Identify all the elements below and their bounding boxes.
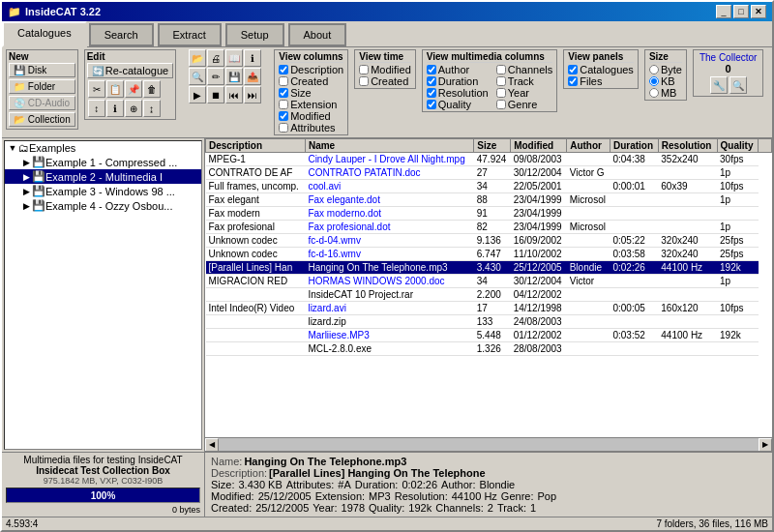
check-modified-time-input[interactable]	[359, 65, 369, 74]
icon-search[interactable]: 🔍	[189, 68, 206, 85]
col-duration[interactable]: Duration	[610, 139, 658, 153]
detail-year-label: Year:	[313, 502, 337, 514]
icon-next[interactable]: ⏭	[244, 86, 261, 103]
tree-expand-2[interactable]: ▶	[20, 187, 32, 196]
tab-catalogues[interactable]: Catalogues	[2, 21, 87, 47]
check-resolution-input[interactable]	[427, 88, 436, 98]
tree-panel[interactable]: ▼ 🗂 Examples ▶ 💾 Example 1 - Compressed …	[4, 140, 202, 450]
tree-item-1[interactable]: ▶ 💾 Example 2 - Multimedia I	[5, 169, 201, 184]
file-table[interactable]: Description Name Size Modified Author Du…	[205, 138, 772, 437]
table-row[interactable]: [Parallel Lines] Han Hanging On The Tele…	[206, 261, 772, 275]
col-modified[interactable]: Modified	[511, 139, 567, 153]
h-scrollbar[interactable]: ◀ ▶	[205, 437, 772, 451]
radio-byte-input[interactable]	[649, 65, 659, 74]
col-name[interactable]: Name	[305, 139, 473, 153]
icon-prev[interactable]: ⏮	[225, 86, 243, 103]
check-created-time-input[interactable]	[359, 76, 369, 86]
table-row[interactable]: Intel Indeo(R) Video lizard.avi 17 14/12…	[206, 302, 772, 315]
check-genre-input[interactable]	[496, 100, 506, 109]
tree-expand-0[interactable]: ▶	[20, 158, 32, 167]
move-icon[interactable]: ↕	[88, 100, 105, 117]
check-channels-input[interactable]	[496, 65, 506, 74]
radio-byte-label: Byte	[661, 64, 682, 75]
check-catalogues-panel-input[interactable]	[568, 65, 578, 74]
table-row[interactable]: lizard.zip 133 24/08/2003	[206, 315, 772, 329]
prop-icon[interactable]: ℹ	[106, 100, 124, 117]
check-year-input[interactable]	[496, 88, 506, 98]
tree-expand-root[interactable]: ▼	[7, 143, 18, 153]
icon-edit2[interactable]: ✏	[207, 68, 224, 85]
col-resolution[interactable]: Resolution	[658, 139, 717, 153]
btn-collection[interactable]: 📂 Collection	[9, 112, 75, 127]
scroll-track[interactable]	[219, 438, 759, 452]
minimize-button[interactable]: _	[716, 5, 731, 18]
merge-icon[interactable]: ⊕	[125, 100, 142, 117]
table-row[interactable]: Unknown codec fc-d-04.wmv 9.136 16/09/20…	[206, 234, 772, 248]
tree-expand-1[interactable]: ▶	[20, 172, 32, 182]
col-description[interactable]: Description	[206, 139, 306, 153]
table-row[interactable]: MIGRACION RED HORMAS WINDOWS 2000.doc 34…	[206, 275, 772, 288]
tab-search[interactable]: Search	[89, 23, 154, 46]
icon-save[interactable]: 💾	[225, 68, 243, 85]
btn-cdaudio[interactable]: 💿 CD-Audio	[9, 96, 75, 110]
tab-extract[interactable]: Extract	[158, 23, 222, 46]
icon-play[interactable]: ▶	[189, 86, 206, 103]
table-row[interactable]: Unknown codec fc-d-16.wmv 6.747 11/10/20…	[206, 248, 772, 261]
icon-export[interactable]: 📤	[244, 68, 261, 85]
scroll-right-btn[interactable]: ▶	[759, 438, 772, 452]
table-row[interactable]: InsideCAT 10 Project.rar 2.200 04/12/200…	[206, 288, 772, 302]
col-size[interactable]: Size	[474, 139, 511, 153]
collector-icon2[interactable]: 🔍	[729, 76, 747, 94]
tab-setup[interactable]: Setup	[225, 23, 284, 46]
recatalogue-button[interactable]: 🔄 Re-catalogue	[87, 63, 173, 78]
table-row[interactable]: Fax modern Fax moderno.dot 91 23/04/1999	[206, 207, 772, 221]
check-extension-input[interactable]	[279, 100, 288, 109]
check-duration-input[interactable]	[427, 76, 436, 86]
check-created-input[interactable]	[279, 76, 288, 86]
icon-open[interactable]: 📂	[189, 49, 206, 67]
view-time-group: View time Modified Created	[354, 49, 416, 89]
table-row[interactable]: Marliiese.MP3 5.448 01/12/2002 0:03:52 4…	[206, 329, 772, 342]
close-button[interactable]: ✕	[751, 5, 766, 18]
btn-folder[interactable]: 📁 Folder	[9, 79, 75, 94]
size-title: Size	[649, 51, 682, 63]
table-row[interactable]: Fax elegant Fax elegante.dot 88 23/04/19…	[206, 193, 772, 207]
radio-kb-input[interactable]	[649, 76, 659, 86]
check-track-input[interactable]	[496, 76, 506, 86]
paste-icon[interactable]: 📌	[125, 80, 142, 98]
radio-mb-input[interactable]	[649, 88, 659, 98]
table-row[interactable]: MCL-2.8.0.exe 1.326 28/08/2003	[206, 342, 772, 356]
check-size-input[interactable]	[279, 88, 288, 98]
tree-root[interactable]: ▼ 🗂 Examples	[5, 141, 201, 155]
check-author-input[interactable]	[427, 65, 436, 74]
delete-icon[interactable]: 🗑	[143, 80, 161, 98]
tab-about[interactable]: About	[288, 23, 347, 46]
check-attributes-input[interactable]	[279, 123, 288, 133]
table-row[interactable]: MPEG-1 Cindy Lauper - I Drove All Night.…	[206, 153, 772, 166]
collector-icon1[interactable]: 🔧	[710, 76, 728, 94]
recatalogue-label: Re-catalogue	[105, 65, 168, 76]
check-files-panel-input[interactable]	[568, 76, 578, 86]
table-row[interactable]: Fax profesional Fax profesional.dot 82 2…	[206, 221, 772, 234]
tree-item-0[interactable]: ▶ 💾 Example 1 - Compressed ...	[5, 155, 201, 169]
check-quality-input[interactable]	[427, 100, 436, 109]
tree-expand-3[interactable]: ▶	[20, 201, 32, 211]
col-author[interactable]: Author	[567, 139, 610, 153]
btn-disk[interactable]: 💾 💾 DiskDisk	[9, 63, 75, 77]
tree-item-3[interactable]: ▶ 💾 Example 4 - Ozzy Osbou...	[5, 198, 201, 213]
check-modified-input[interactable]	[279, 111, 288, 121]
cut-icon[interactable]: ✂	[88, 80, 105, 98]
col-quality[interactable]: Quality	[717, 139, 758, 153]
sort-icon[interactable]: ↨	[143, 100, 161, 117]
icon-info[interactable]: ℹ	[244, 49, 261, 67]
maximize-button[interactable]: □	[733, 5, 749, 18]
table-row[interactable]: CONTRATO DE AF CONTRATO PATATIN.doc 27 3…	[206, 166, 772, 180]
tree-item-2[interactable]: ▶ 💾 Example 3 - Windows 98 ...	[5, 184, 201, 198]
icon-print[interactable]: 🖨	[207, 49, 224, 67]
check-description-input[interactable]	[279, 65, 288, 74]
icon-stop[interactable]: ⏹	[207, 86, 224, 103]
table-row[interactable]: Full frames, uncomp. cool.avi 34 22/05/2…	[206, 180, 772, 193]
copy-icon[interactable]: 📋	[106, 80, 124, 98]
icon-catalog[interactable]: 📖	[225, 49, 243, 67]
scroll-left-btn[interactable]: ◀	[205, 438, 219, 452]
